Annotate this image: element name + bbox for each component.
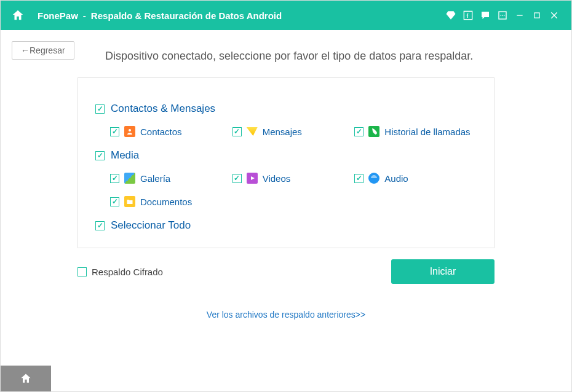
item-label: Historial de llamadas [384,127,470,137]
diamond-icon[interactable] [444,9,458,22]
phone-icon [368,126,379,137]
svg-point-5 [504,15,505,16]
checkbox-select-all[interactable] [95,221,105,230]
item-messages[interactable]: Mensajes [232,126,355,137]
group-label: Contactos & Mensajes [111,103,215,115]
item-label: Audio [384,173,408,184]
group-media[interactable]: Media [95,149,477,162]
checkbox-group-media[interactable] [95,151,105,160]
audio-icon [368,173,379,184]
item-label: Mensajes [263,127,302,137]
facebook-icon[interactable]: f [461,9,475,22]
checkbox-videos[interactable] [232,174,242,183]
feedback-icon[interactable] [479,9,492,22]
checkbox-call-history[interactable] [354,127,363,136]
group-label: Media [111,149,139,162]
checkbox-contacts[interactable] [110,127,119,136]
item-videos[interactable]: Videos [232,173,355,184]
back-button[interactable]: ←Regresar [12,41,74,60]
close-button[interactable] [547,9,561,22]
home-icon [20,372,32,385]
svg-text:f: f [466,13,469,19]
checkbox-messages[interactable] [232,127,242,136]
previous-backups-link[interactable]: Ver los archivos de respaldo anteriores>… [1,310,571,319]
footer-home-button[interactable] [1,366,51,391]
start-button[interactable]: Iniciar [391,259,495,284]
encrypted-label: Respaldo Cifrado [92,267,163,277]
item-documents[interactable]: Documentos [110,196,232,207]
gallery-icon [124,173,135,184]
messages-icon [247,127,258,136]
maximize-button[interactable] [530,9,544,22]
checkbox-gallery[interactable] [110,174,119,183]
svg-rect-7 [534,13,539,18]
svg-point-3 [500,15,501,16]
bottom-row: Respaldo Cifrado Iniciar [77,259,495,284]
app-name: FonePaw [38,10,78,21]
encrypted-backup-option[interactable]: Respaldo Cifrado [77,267,163,277]
select-all-label: Seleccionar Todo [111,219,191,232]
svg-rect-6 [517,15,522,15]
item-contacts[interactable]: Contactos [110,126,232,137]
svg-point-4 [502,15,503,16]
contacts-icon [124,126,135,137]
app-subtitle: Respaldo & Restauración de Datos Android [91,10,282,21]
checkbox-audio[interactable] [354,174,363,183]
item-label: Documentos [140,197,192,207]
videos-icon [247,173,258,184]
item-gallery[interactable]: Galería [110,173,232,184]
checkbox-encrypted[interactable] [77,267,87,276]
item-call-history[interactable]: Historial de llamadas [354,126,477,137]
instruction-text: Dispositivo conectado, seleccione por fa… [105,50,571,63]
item-label: Contactos [140,127,182,137]
menu-icon[interactable] [496,9,509,22]
select-all-row[interactable]: Seleccionar Todo [95,219,477,232]
svg-point-8 [129,129,131,131]
group-contacts-messages[interactable]: Contactos & Mensajes [95,103,477,115]
checkbox-documents[interactable] [110,197,119,206]
titlebar: FonePaw - Respaldo & Restauración de Dat… [1,1,571,30]
home-icon [11,9,25,22]
item-audio[interactable]: Audio [354,173,477,184]
checkbox-group-contacts[interactable] [95,104,105,114]
title-separator: - [78,10,91,21]
minimize-button[interactable] [513,9,526,22]
item-label: Videos [263,173,291,184]
item-label: Galería [140,173,170,184]
folder-icon [124,196,135,207]
home-button[interactable] [9,7,26,24]
data-types-panel: Contactos & Mensajes Contactos Mensajes … [77,77,495,248]
